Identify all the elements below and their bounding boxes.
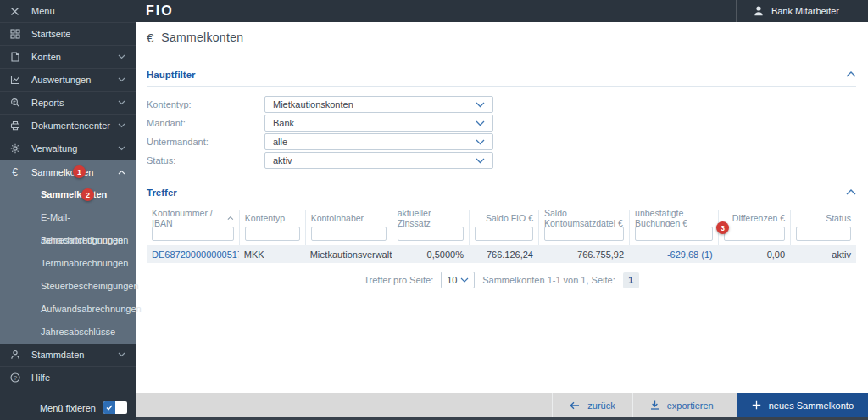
user-icon	[753, 5, 765, 17]
column-header-differenzen[interactable]: Differenzen €	[724, 212, 785, 224]
column-header-zinssatz[interactable]: aktueller Zinssatz	[398, 212, 464, 224]
sidebar: Menü Startseite Konten Auswertungen Repo…	[0, 0, 136, 420]
download-icon	[650, 400, 659, 410]
unbestaetigte-buchungen-filter-input[interactable]	[635, 227, 713, 241]
chevron-down-icon	[476, 102, 485, 108]
new-sammelkonto-button[interactable]: neues Sammelkonto	[737, 393, 868, 417]
document-icon	[9, 52, 20, 63]
cell-differenzen: 0,00	[718, 249, 790, 260]
collapse-hauptfilter-icon[interactable]	[846, 71, 856, 77]
sammelkonten-submenu: Sammelkonten E-Mail-Benachrichtigungen J…	[0, 183, 136, 344]
page-title: Sammelkonten	[161, 31, 243, 44]
chevron-down-icon	[476, 139, 485, 145]
column-header-kontonummer[interactable]: Kontonummer / IBAN	[152, 212, 234, 224]
annotation-badge-1: 1	[73, 165, 86, 178]
column-header-unbestaetigte-buchungen[interactable]: unbestätigte Buchungen €	[635, 212, 713, 224]
arrow-left-icon	[570, 401, 580, 410]
kontentyp-select[interactable]: Mietkautionskonten	[264, 96, 493, 113]
euro-icon: €	[9, 166, 20, 177]
printer-icon	[9, 120, 20, 132]
sidebar-item-reports[interactable]: Reports	[0, 92, 136, 115]
chevron-down-icon	[118, 100, 125, 105]
mandant-label: Mandant:	[147, 118, 264, 128]
saldo-kontoumsatzdatei-filter-input[interactable]	[544, 227, 624, 241]
sidebar-item-auswertungen[interactable]: Auswertungen	[0, 69, 136, 92]
collapse-treffer-icon[interactable]	[846, 189, 856, 195]
user-menu[interactable]: Bank Mitarbeiter	[753, 0, 839, 22]
treffer-section: Treffer Kontonummer / IBAN Kontentyp	[147, 184, 856, 288]
sidebar-item-hilfe[interactable]: ? Hilfe	[0, 367, 136, 389]
filter-row-status: Status: aktiv	[147, 151, 856, 170]
submenu-item-jahresabschluesse[interactable]: Jahresabschlüsse	[0, 321, 136, 344]
sidebar-item-menue[interactable]: Menü	[0, 0, 136, 23]
svg-text:?: ?	[13, 374, 16, 382]
zinssatz-filter-input[interactable]	[398, 227, 464, 241]
menu-pin-toggle[interactable]	[103, 401, 127, 414]
submenu-item-terminabrechnungen[interactable]: Terminabrechnungen	[0, 252, 136, 275]
table-header-row: Kontonummer / IBAN Kontentyp Kontoinhabe…	[147, 210, 856, 245]
submenu-item-jahresabrechnungen[interactable]: Jahresabrechnungen	[0, 229, 136, 252]
untermandant-select[interactable]: alle	[264, 133, 493, 150]
section-divider	[147, 204, 856, 204]
column-header-saldo-fio[interactable]: Saldo FIO €	[475, 212, 533, 224]
back-button[interactable]: zurück	[552, 393, 632, 417]
kontentyp-value: Mietkautionskonten	[273, 99, 353, 109]
plus-icon	[752, 400, 761, 410]
column-header-kontentyp[interactable]: Kontentyp	[245, 212, 300, 224]
sidebar-item-label: Konten	[31, 52, 61, 62]
iban-link[interactable]: DE68720000000051715942	[147, 249, 239, 260]
submenu-item-email-benachrichtigungen[interactable]: E-Mail-Benachrichtigungen	[0, 206, 136, 229]
sidebar-item-startseite[interactable]: Startseite	[0, 23, 136, 46]
table-row: DE68720000000051715942 MKK Mietkautionsv…	[147, 245, 856, 263]
sidebar-item-verwaltung[interactable]: Verwaltung	[0, 137, 136, 160]
chevron-down-icon	[118, 146, 125, 151]
export-button[interactable]: exportieren	[632, 393, 731, 417]
status-select[interactable]: aktiv	[264, 152, 493, 169]
per-page-select[interactable]: 10	[441, 272, 475, 288]
unbestaetigte-buchungen-link[interactable]: -629,68 (1)	[629, 249, 718, 260]
status-filter-input[interactable]	[796, 227, 851, 241]
report-search-icon	[9, 98, 20, 109]
main-content: € Sammelkonten Hauptfilter Kontentyp: Mi…	[136, 22, 868, 393]
checkmark-icon	[103, 401, 115, 414]
filter-row-untermandant: Untermandant: alle	[147, 132, 856, 151]
chevron-down-icon	[460, 277, 469, 283]
filter-row-kontentyp: Kontentyp: Mietkautionskonten	[147, 95, 856, 114]
annotation-badge-2: 2	[81, 188, 94, 201]
differenzen-filter-input[interactable]	[724, 227, 785, 241]
column-header-kontoinhaber[interactable]: Kontoinhaber	[311, 212, 387, 224]
submenu-item-aufwandsabrechnungen[interactable]: Aufwandsabrechnungen	[0, 298, 136, 321]
column-header-status[interactable]: Status	[796, 212, 851, 224]
saldo-fio-filter-input[interactable]	[475, 227, 533, 241]
sort-asc-icon	[227, 216, 234, 221]
sidebar-item-label: Reports	[31, 98, 64, 108]
sidebar-item-dokumentencenter[interactable]: Dokumentencenter	[0, 115, 136, 137]
hauptfilter-section: Hauptfilter Kontentyp: Mietkautionskonte…	[147, 66, 856, 170]
sidebar-item-sammelkonten[interactable]: € Sammelkonten	[0, 160, 136, 183]
kontoinhaber-filter-input[interactable]	[311, 227, 387, 241]
cell-saldo-kontoumsatzdatei: 766.755,92	[538, 249, 629, 260]
status-label: Status:	[147, 155, 264, 165]
euro-icon: €	[147, 31, 153, 45]
topbar-divider	[736, 0, 737, 22]
sidebar-item-stammdaten[interactable]: Stammdaten	[0, 344, 136, 367]
column-header-saldo-kontoumsatzdatei[interactable]: Saldo Kontoumsatzdatei €	[544, 212, 624, 224]
gear-icon	[9, 143, 20, 154]
help-icon: ?	[9, 372, 20, 384]
app-window: FIO Bank Mitarbeiter Menü Startseite Kon…	[0, 0, 868, 420]
submenu-item-sammelkonten[interactable]: Sammelkonten	[0, 183, 136, 206]
chart-icon	[9, 75, 20, 86]
page-number-button[interactable]: 1	[623, 272, 639, 288]
menu-pin-row: Menü fixieren	[40, 401, 127, 414]
untermandant-value: alle	[273, 137, 287, 147]
status-value: aktiv	[273, 155, 292, 165]
submenu-item-steuerbescheinigungen[interactable]: Steuerbescheinigungen	[0, 275, 136, 298]
mandant-select[interactable]: Bank	[264, 115, 493, 132]
kontonummer-filter-input[interactable]	[152, 227, 234, 241]
kontentyp-filter-input[interactable]	[245, 227, 300, 241]
results-table: Kontonummer / IBAN Kontentyp Kontoinhabe…	[147, 210, 856, 263]
chevron-down-icon	[118, 352, 125, 357]
close-icon	[9, 6, 20, 17]
sidebar-item-label: Dokumentencenter	[31, 120, 110, 131]
sidebar-item-konten[interactable]: Konten	[0, 46, 136, 69]
